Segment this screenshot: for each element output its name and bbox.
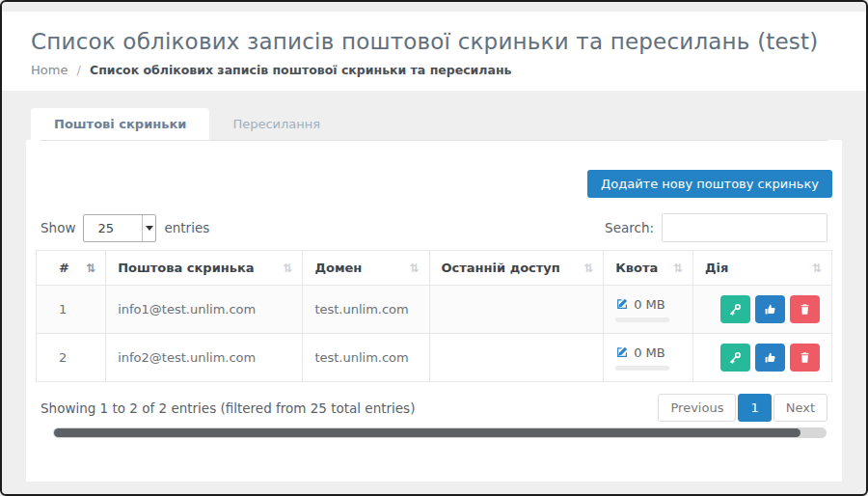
mailboxes-table: #⇅ Поштова скринька⇅ Домен⇅ Останній дос… <box>36 250 832 382</box>
password-key-button[interactable] <box>720 344 750 372</box>
column-header-last-access[interactable]: Останній доступ⇅ <box>429 251 604 286</box>
trash-icon <box>799 303 811 316</box>
table-row: 1 info1@test.unlim.com test.unlim.com 0 … <box>37 286 832 334</box>
quota-progress-bar <box>615 317 669 322</box>
key-icon <box>729 351 742 364</box>
panel-divider <box>41 140 827 156</box>
sort-icon[interactable]: ⇅ <box>812 262 822 275</box>
quota-value: 0 MB <box>634 345 665 360</box>
delete-button[interactable] <box>790 344 820 372</box>
pagination-next-button[interactable]: Next <box>773 394 827 422</box>
pagination-previous-button[interactable]: Previous <box>658 394 736 422</box>
sort-icon[interactable]: ⇅ <box>283 262 292 275</box>
column-header-action[interactable]: Дія⇅ <box>693 251 832 286</box>
column-header-mailbox[interactable]: Поштова скринька⇅ <box>106 251 303 286</box>
row-number: 1 <box>37 286 106 334</box>
edit-quota-icon[interactable] <box>615 345 629 359</box>
entries-label: entries <box>164 220 209 235</box>
page-title: Список облікових записів поштової скринь… <box>31 29 837 54</box>
domain-name: test.unlim.com <box>303 286 429 334</box>
password-key-button[interactable] <box>720 295 750 323</box>
pagination: Previous 1 Next <box>658 394 827 422</box>
search-label: Search: <box>605 220 654 235</box>
breadcrumb-current: Список облікових записів поштової скринь… <box>90 63 511 77</box>
quota-progress-bar <box>615 366 669 371</box>
mailboxes-panel: Додайте нову поштову скриньку Show 25 en… <box>26 140 842 482</box>
search-input[interactable] <box>662 213 827 242</box>
thumbs-up-icon <box>764 351 776 364</box>
row-number: 2 <box>37 334 106 382</box>
sort-icon[interactable]: ⇅ <box>86 262 95 275</box>
sort-icon[interactable]: ⇅ <box>583 262 593 275</box>
key-icon <box>729 303 742 316</box>
mailbox-address: info1@test.unlim.com <box>106 286 303 334</box>
page-length-select[interactable]: 25 <box>83 214 156 242</box>
breadcrumb-separator: / <box>77 63 81 77</box>
column-header-number[interactable]: #⇅ <box>37 251 106 286</box>
edit-quota-icon[interactable] <box>615 297 629 311</box>
domain-name: test.unlim.com <box>303 334 429 382</box>
action-cell <box>693 286 832 334</box>
add-mailbox-button[interactable]: Додайте нову поштову скриньку <box>587 170 832 198</box>
horizontal-scrollbar[interactable] <box>53 427 827 438</box>
page-header: Список облікових записів поштової скринь… <box>2 12 866 91</box>
quota-cell: 0 MB <box>604 334 693 382</box>
delete-button[interactable] <box>790 295 820 323</box>
trash-icon <box>799 351 811 364</box>
approve-button[interactable] <box>755 295 785 323</box>
last-access-value <box>429 334 604 382</box>
horizontal-scrollbar-thumb[interactable] <box>54 428 800 437</box>
pagination-page-1-button[interactable]: 1 <box>738 394 771 422</box>
table-row: 2 info2@test.unlim.com test.unlim.com 0 … <box>37 334 832 382</box>
tab-mailboxes[interactable]: Поштові скриньки <box>31 108 209 140</box>
approve-button[interactable] <box>755 344 785 372</box>
breadcrumb-home-link[interactable]: Home <box>31 63 68 77</box>
action-cell <box>693 334 832 382</box>
table-info-text: Showing 1 to 2 of 2 entries (filtered fr… <box>41 400 415 416</box>
quota-cell: 0 MB <box>604 286 693 334</box>
table-header-row: #⇅ Поштова скринька⇅ Домен⇅ Останній дос… <box>37 251 832 286</box>
last-access-value <box>429 286 604 334</box>
breadcrumb: Home / Список облікових записів поштової… <box>31 63 837 77</box>
tab-forwardings[interactable]: Пересилання <box>209 108 343 140</box>
column-header-domain[interactable]: Домен⇅ <box>303 251 429 286</box>
mailbox-address: info2@test.unlim.com <box>106 334 303 382</box>
sort-icon[interactable]: ⇅ <box>409 262 419 275</box>
thumbs-up-icon <box>764 303 776 316</box>
show-label: Show <box>41 220 75 235</box>
column-header-quota[interactable]: Квота⇅ <box>604 251 693 286</box>
tab-bar: Поштові скриньки Пересилання <box>26 108 842 140</box>
quota-value: 0 MB <box>634 297 665 312</box>
sort-icon[interactable]: ⇅ <box>673 262 683 275</box>
